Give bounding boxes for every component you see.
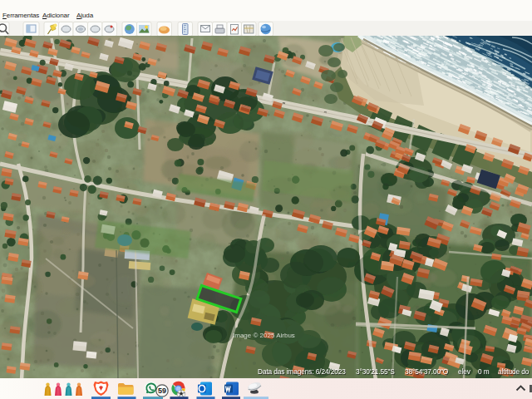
- svg-text:0 m: 0 m: [478, 367, 490, 376]
- svg-text:38°54'37.00"O: 38°54'37.00"O: [405, 367, 449, 376]
- svg-text:elev: elev: [458, 367, 471, 376]
- svg-text:59: 59: [158, 387, 166, 395]
- svg-text:altitude do: altitude do: [498, 367, 530, 376]
- svg-text:3°30'21.55"S: 3°30'21.55"S: [356, 367, 395, 376]
- svg-text:Image © 2025 Airbus: Image © 2025 Airbus: [233, 332, 295, 339]
- svg-text:Data das imagens: 6/24/2023: Data das imagens: 6/24/2023: [258, 367, 346, 376]
